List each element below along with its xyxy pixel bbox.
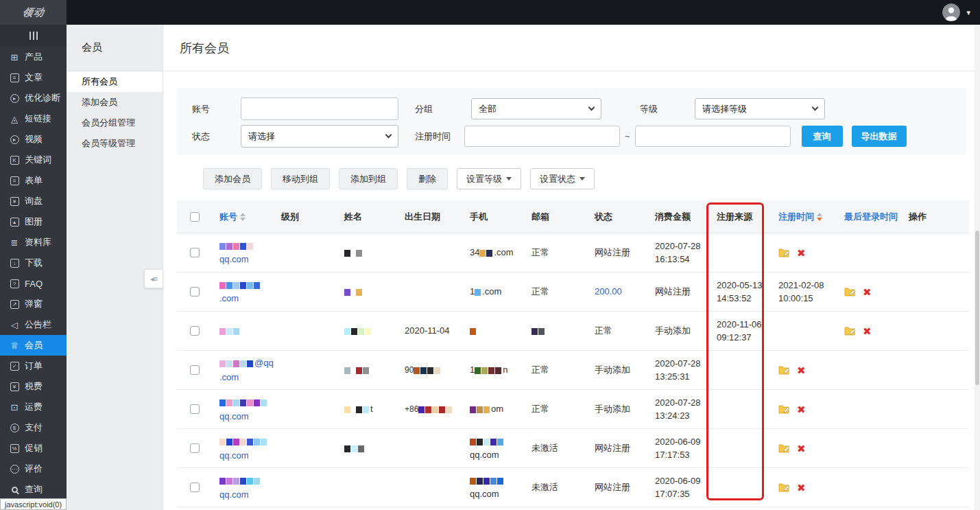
account-cell[interactable]: qq.com	[213, 474, 274, 501]
subnav-item[interactable]: 会员等级管理	[67, 133, 163, 154]
status-cell: 正常	[525, 246, 588, 259]
row-checkbox[interactable]	[190, 365, 200, 375]
edit-icon[interactable]	[778, 365, 790, 375]
toolbar-dropdown[interactable]: 设置等级	[457, 168, 521, 189]
row-checkbox[interactable]	[190, 483, 200, 492]
sidebar-item-orders[interactable]: ✓ 订单	[0, 356, 67, 376]
article-icon: ≡	[9, 73, 20, 82]
delete-icon[interactable]: ✖	[797, 483, 806, 493]
name-cell	[337, 324, 398, 338]
phone-cell	[463, 325, 525, 337]
edit-icon[interactable]	[844, 287, 856, 297]
toolbar-button[interactable]: 移动到组	[271, 168, 330, 189]
group-select[interactable]: 全部	[471, 98, 601, 119]
row-checkbox[interactable]	[190, 443, 200, 453]
vertical-scrollbar[interactable]	[975, 25, 980, 510]
delete-icon[interactable]: ✖	[797, 248, 806, 258]
sidebar-item-search[interactable]: 查询	[0, 479, 67, 500]
sidebar-item-announcement[interactable]: ◁ 公告栏	[0, 314, 67, 335]
review-icon: ⋯	[9, 465, 20, 474]
status-cell: 未激活	[525, 480, 588, 494]
regtime-start-input[interactable]	[464, 126, 620, 147]
email-cell: qq.com	[463, 435, 525, 462]
sidebar-item-forms[interactable]: ≡ 表单	[0, 170, 67, 191]
top-bar: 领动 ▾	[0, 0, 980, 25]
filter-panel: 账号 分组 全部 等级 请选择等级 状态 请选择 注册时间 ~ 查询	[177, 88, 966, 154]
toolbar-button[interactable]: 添加会员	[203, 168, 262, 189]
regtime-label: 注册时间	[415, 130, 464, 143]
select-all-checkbox[interactable]	[190, 212, 200, 222]
subnav-item[interactable]: 所有会员	[67, 71, 163, 92]
sidebar-item-payment[interactable]: $ 支付	[0, 417, 67, 438]
name-cell	[337, 363, 398, 377]
column-header: 级别	[274, 210, 337, 224]
toolbar-button[interactable]: 添加到组	[339, 168, 398, 189]
edit-icon[interactable]	[778, 483, 790, 492]
regtime-end-input[interactable]	[635, 126, 791, 147]
account-cell[interactable]: qq.com	[213, 434, 274, 462]
delete-icon[interactable]: ✖	[797, 443, 806, 454]
sidebar-item-shipping[interactable]: ⊡ 运费	[0, 397, 67, 417]
edit-icon[interactable]	[844, 326, 856, 336]
user-avatar[interactable]	[942, 3, 960, 21]
subnav-item[interactable]: 会员分组管理	[67, 113, 163, 133]
sidebar-item-optimization[interactable]: ▸ 优化诊断	[0, 88, 67, 108]
toolbar-dropdown[interactable]: 设置状态	[530, 168, 595, 189]
sidebar-item-promotion[interactable]: % 促销	[0, 438, 67, 459]
sidebar-item-faq[interactable]: ? FAQ	[0, 273, 67, 294]
email-cell: 1n	[463, 363, 525, 377]
edit-icon[interactable]	[778, 443, 790, 453]
edit-icon[interactable]	[778, 404, 790, 414]
birthdate-cell: 2020-11-04	[398, 324, 463, 338]
row-checkbox[interactable]	[190, 248, 200, 257]
row-checkbox[interactable]	[190, 404, 200, 414]
account-cell[interactable]: qq.com	[213, 395, 274, 423]
caret-down-icon	[579, 177, 585, 181]
register-time-cell: 2020-05-1314:53:52	[710, 279, 772, 305]
delete-icon[interactable]: ✖	[797, 404, 806, 415]
account-cell[interactable]: qq.com	[213, 240, 274, 266]
account-input[interactable]	[241, 97, 398, 120]
delete-icon[interactable]: ✖	[863, 287, 872, 297]
account-cell[interactable]	[213, 324, 274, 338]
sidebar-item-reviews[interactable]: ⋯ 评价	[0, 459, 67, 479]
row-checkbox[interactable]	[190, 326, 200, 336]
sidebar-item-tax[interactable]: ¥ 税费	[0, 376, 67, 397]
table-row: qq.com qq.com 未激活 网站注册 2020-06-0917:07:3…	[177, 468, 969, 507]
sort-icon	[817, 213, 822, 221]
status-select[interactable]: 请选择	[241, 125, 398, 148]
account-cell[interactable]: @qq .com	[213, 356, 274, 384]
sidebar-item-library[interactable]: ≣ 资料库	[0, 232, 67, 253]
scrollbar-thumb[interactable]	[975, 231, 979, 385]
sidebar-item-popup[interactable]: ↗ 弹窗	[0, 294, 67, 314]
sidebar-item-products[interactable]: ⊞ 产品	[0, 47, 67, 67]
order-icon: ✓	[9, 362, 20, 371]
sidebar-item-download[interactable]: ↓ 下载	[0, 253, 67, 273]
masked-name	[344, 328, 371, 335]
sidebar-item-articles[interactable]: ≡ 文章	[0, 67, 67, 88]
export-data-button[interactable]: 导出数据	[852, 126, 907, 147]
sidebar-item-inquiry[interactable]: ¥ 询盘	[0, 191, 67, 211]
name-cell	[337, 246, 398, 259]
sidebar-item-members[interactable]: ♕ 会员	[0, 335, 67, 356]
sidebar-item-keywords[interactable]: K 关键词	[0, 150, 67, 170]
column-header: 姓名	[337, 210, 398, 224]
row-checkbox[interactable]	[190, 287, 200, 297]
delete-icon[interactable]: ✖	[797, 365, 806, 375]
level-select[interactable]: 请选择等级	[695, 98, 825, 119]
sidebar-item-gallery[interactable]: ▴ 图册	[0, 211, 67, 232]
table-row: .com 1.com 正常 200.00 网站注册 2020-05-1314:5…	[177, 273, 969, 312]
masked-email	[470, 439, 503, 445]
account-cell[interactable]: .com	[213, 279, 274, 305]
toolbar-button[interactable]: 删除	[407, 168, 448, 189]
subnav-item[interactable]: 添加会员	[67, 92, 163, 113]
subnav-collapse-toggle[interactable]: ◂≡	[144, 269, 163, 288]
sidebar-item-video[interactable]: ▸ 视频	[0, 129, 67, 150]
edit-icon[interactable]	[778, 248, 790, 257]
sidebar-collapse-button[interactable]	[0, 25, 67, 47]
sidebar-item-shortlink[interactable]: ◬ 短链接	[0, 108, 67, 129]
search-button[interactable]: 查询	[802, 126, 843, 147]
user-menu-caret-icon[interactable]: ▾	[966, 8, 970, 17]
delete-icon[interactable]: ✖	[863, 326, 872, 336]
member-crown-icon: ♕	[9, 340, 20, 351]
